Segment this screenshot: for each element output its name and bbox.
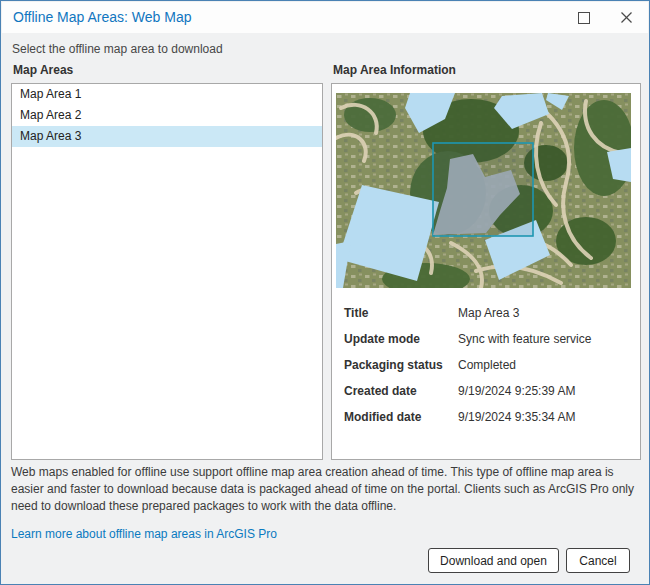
detail-value: 9/19/2024 9:25:39 AM: [458, 384, 575, 398]
detail-value: Sync with feature service: [458, 332, 591, 346]
dialog-subtitle: Select the offline map area to download: [12, 42, 223, 56]
detail-label: Created date: [344, 384, 458, 398]
close-icon: [620, 11, 633, 24]
detail-label: Update mode: [344, 332, 458, 346]
detail-row-packaging-status: Packaging status Completed: [344, 358, 630, 384]
detail-row-update-mode: Update mode Sync with feature service: [344, 332, 630, 358]
detail-label: Modified date: [344, 410, 458, 424]
map-areas-list: Map Area 1 Map Area 2 Map Area 3: [11, 83, 323, 460]
learn-more-link[interactable]: Learn more about offline map areas in Ar…: [11, 527, 277, 541]
cancel-button[interactable]: Cancel: [566, 548, 630, 573]
map-areas-header: Map Areas: [13, 63, 73, 77]
maximize-button[interactable]: [562, 2, 606, 33]
detail-value: 9/19/2024 9:35:34 AM: [458, 410, 575, 424]
maximize-icon: [578, 12, 590, 24]
detail-row-modified-date: Modified date 9/19/2024 9:35:34 AM: [344, 410, 630, 436]
list-item-map-area-3[interactable]: Map Area 3: [12, 126, 322, 147]
detail-row-created-date: Created date 9/19/2024 9:25:39 AM: [344, 384, 630, 410]
map-area-information-header: Map Area Information: [333, 63, 456, 77]
offline-description: Web maps enabled for offline use support…: [11, 464, 643, 515]
list-item-map-area-1[interactable]: Map Area 1: [12, 84, 322, 105]
detail-label: Title: [344, 306, 458, 320]
map-area-information-panel: Title Map Area 3 Update mode Sync with f…: [331, 83, 641, 460]
map-area-details: Title Map Area 3 Update mode Sync with f…: [344, 306, 630, 436]
download-and-open-button[interactable]: Download and open: [428, 548, 559, 573]
map-thumbnail: [336, 93, 631, 288]
detail-value: Map Area 3: [458, 306, 519, 320]
detail-row-title: Title Map Area 3: [344, 306, 630, 332]
titlebar: Offline Map Areas: Web Map: [2, 2, 648, 33]
dialog-title: Offline Map Areas: Web Map: [13, 9, 191, 25]
detail-label: Packaging status: [344, 358, 458, 372]
list-item-map-area-2[interactable]: Map Area 2: [12, 105, 322, 126]
detail-value: Completed: [458, 358, 516, 372]
offline-map-areas-dialog: Offline Map Areas: Web Map Select the of…: [0, 0, 650, 585]
close-button[interactable]: [604, 2, 648, 33]
